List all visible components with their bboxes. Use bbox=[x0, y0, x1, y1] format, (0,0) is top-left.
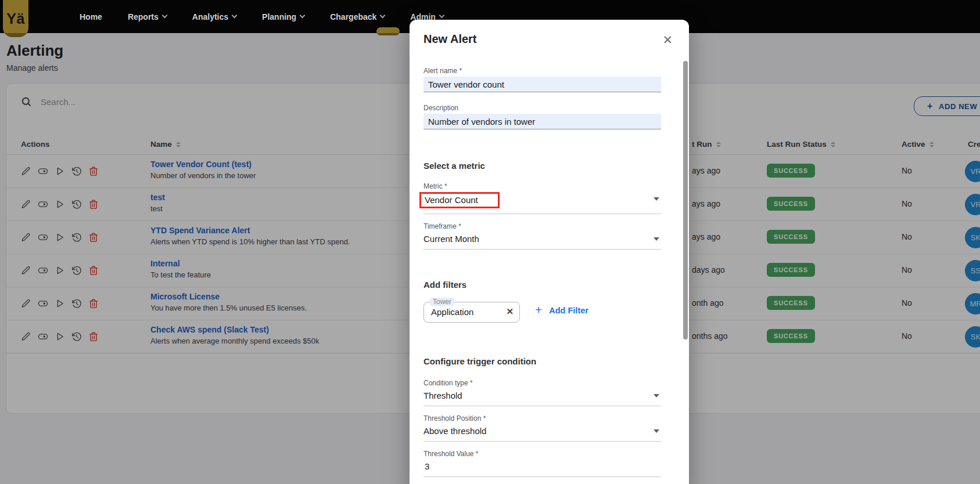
filter-chip-value: Application bbox=[431, 307, 473, 317]
threshold-value-label: Threshold Value * bbox=[423, 450, 661, 458]
timeframe-group: Timeframe * Current Month bbox=[423, 222, 661, 250]
section-select-metric: Select a metric bbox=[423, 161, 661, 171]
threshold-position-label: Threshold Position * bbox=[423, 414, 661, 422]
nav-item-chargeback[interactable]: Chargeback bbox=[330, 12, 385, 21]
required-mark: * bbox=[459, 67, 462, 75]
brand-logo[interactable]: Yä bbox=[3, 0, 28, 37]
chevron-down-icon bbox=[300, 13, 306, 19]
modal-scrollbar[interactable] bbox=[683, 61, 688, 339]
chevron-down-icon bbox=[161, 13, 167, 19]
close-icon[interactable]: ✕ bbox=[662, 34, 673, 46]
condition-type-select[interactable]: Threshold bbox=[423, 389, 661, 406]
red-highlight-box: Vendor Count bbox=[419, 192, 500, 208]
dropdown-arrow-icon bbox=[654, 237, 659, 241]
threshold-value-group: Threshold Value * 3 bbox=[423, 450, 661, 477]
metric-label: Metric * bbox=[423, 182, 661, 190]
threshold-position-select[interactable]: Above threshold bbox=[423, 424, 661, 442]
add-filter-button[interactable]: + Add Filter bbox=[535, 304, 588, 317]
section-add-filters: Add filters bbox=[423, 280, 661, 290]
dropdown-arrow-icon bbox=[654, 429, 659, 433]
dropdown-arrow-icon bbox=[654, 394, 659, 398]
section-trigger-condition: Configure trigger condition bbox=[423, 356, 661, 366]
plus-icon: + bbox=[535, 303, 542, 317]
alert-name-group: Alert name * bbox=[423, 67, 661, 92]
nav-item-home[interactable]: Home bbox=[80, 12, 102, 21]
clear-filter-icon[interactable]: ✕ bbox=[506, 306, 514, 317]
condition-type-group: Condition type * Threshold bbox=[423, 379, 661, 406]
dropdown-arrow-icon bbox=[654, 197, 659, 201]
modal-title: New Alert bbox=[423, 32, 661, 46]
nav-item-analytics[interactable]: Analytics bbox=[192, 12, 236, 21]
nav-item-planning[interactable]: Planning bbox=[262, 12, 304, 21]
description-field[interactable] bbox=[423, 114, 661, 129]
new-alert-modal: New Alert ✕ Alert name * Description Sel… bbox=[410, 20, 689, 484]
timeframe-label: Timeframe * bbox=[423, 222, 661, 230]
chevron-down-icon bbox=[232, 13, 238, 19]
metric-select[interactable]: Vendor Count bbox=[423, 192, 661, 214]
metric-group: Metric * Vendor Count bbox=[423, 182, 661, 214]
filter-chip-legend: Tower bbox=[430, 298, 454, 306]
threshold-position-group: Threshold Position * Above threshold bbox=[423, 414, 661, 442]
required-mark: * bbox=[444, 182, 447, 190]
tower-filter-chip[interactable]: Tower Application ✕ bbox=[423, 298, 520, 323]
alert-name-label: Alert name * bbox=[423, 67, 661, 75]
filter-row: Tower Application ✕ + Add Filter bbox=[423, 298, 661, 323]
threshold-value-field[interactable]: 3 bbox=[423, 460, 661, 477]
description-group: Description bbox=[423, 104, 661, 129]
chevron-down-icon bbox=[380, 13, 386, 19]
required-mark: * bbox=[476, 450, 479, 458]
alert-name-field[interactable] bbox=[423, 77, 661, 92]
required-mark: * bbox=[458, 222, 461, 230]
required-mark: * bbox=[483, 414, 486, 422]
timeframe-select[interactable]: Current Month bbox=[423, 232, 661, 250]
description-label: Description bbox=[423, 104, 661, 112]
condition-type-label: Condition type * bbox=[423, 379, 661, 387]
nav-item-reports[interactable]: Reports bbox=[128, 12, 167, 21]
chevron-down-icon bbox=[439, 13, 444, 19]
required-mark: * bbox=[470, 379, 473, 387]
